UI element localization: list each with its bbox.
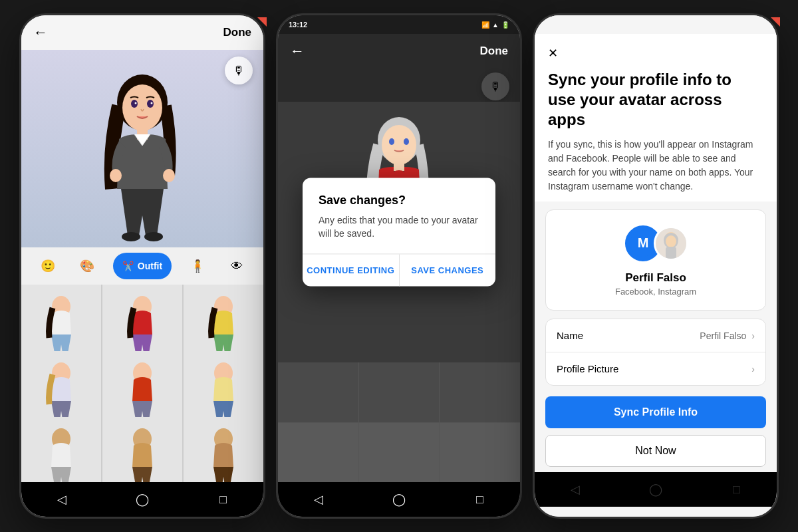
phone2-back-nav[interactable]: ◁ — [307, 487, 331, 511]
tab-pose[interactable]: 🧍 — [184, 253, 211, 279]
phone2-recent-nav[interactable]: □ — [467, 487, 491, 511]
save-changes-button[interactable]: SAVE CHANGES — [400, 255, 496, 287]
phone2-mic-button[interactable]: 🎙 — [481, 72, 509, 100]
profile-name: Perfil Falso — [625, 271, 686, 285]
outfit-thumb-4 — [38, 361, 84, 421]
phone2-back-button[interactable]: ← — [290, 43, 305, 60]
phone1-home-nav[interactable]: ◯ — [130, 487, 154, 511]
outfit-cell-9[interactable] — [184, 417, 263, 482]
name-row[interactable]: Name Perfil Falso › — [546, 319, 765, 352]
phone1-recent-nav[interactable]: □ — [211, 487, 235, 511]
svg-text:M: M — [638, 235, 649, 250]
save-dialog-body: Any edits that you made to your avatar w… — [319, 214, 479, 240]
phone2-grid-1 — [278, 362, 358, 422]
phone2-done-button[interactable]: Done — [480, 45, 509, 58]
outfit-thumb-5 — [119, 361, 166, 421]
outfit-thumb-2 — [119, 295, 166, 354]
svg-point-30 — [382, 125, 416, 165]
phone3-home-nav[interactable]: ◯ — [644, 477, 668, 501]
meta-logo-icon: M — [630, 230, 656, 257]
profile-picture-row[interactable]: Profile Picture › — [546, 352, 765, 385]
svg-rect-33 — [394, 162, 404, 171]
name-label: Name — [557, 330, 583, 341]
mic-button[interactable]: 🎙 — [225, 57, 253, 84]
outfit-thumb-9 — [200, 427, 247, 482]
signal-icon: 📶 — [481, 21, 489, 29]
svg-point-31 — [389, 138, 394, 145]
tab-outfit[interactable]: ✂️ Outfit — [113, 253, 172, 279]
tab-color[interactable]: 🎨 — [74, 253, 100, 279]
tab-face[interactable]: 🙂 — [35, 253, 61, 279]
sync-header: ✕ Sync your profile info to use your ava… — [535, 34, 777, 201]
save-dialog: Save changes? Any edits that you made to… — [303, 178, 495, 286]
outfit-cell-8[interactable] — [102, 417, 182, 482]
profile-platforms: Facebook, Instagram — [615, 287, 696, 297]
battery-icon: 🔋 — [501, 21, 509, 29]
outfit-thumb-8 — [119, 427, 166, 482]
phone3-recent-nav[interactable]: □ — [724, 477, 748, 501]
outfit-thumb-1 — [38, 295, 84, 354]
avatar-display-area: 🎙 — [21, 50, 263, 247]
outfit-thumb-6 — [200, 361, 247, 421]
profile-picture-chevron-icon: › — [751, 364, 755, 374]
phone1-back-button[interactable]: ← — [33, 24, 48, 41]
status-time: 13:12 — [289, 21, 307, 29]
phone2-grid-3 — [440, 362, 520, 422]
phone2: 13:12 📶 ▲ 🔋 ← Done 🎙 — [276, 13, 522, 519]
phone1-content: 🎙 — [21, 50, 263, 482]
svg-point-4 — [135, 102, 137, 104]
phone1-bottom-nav: ◁ ◯ □ — [21, 482, 263, 517]
phone1: ← Done 🎙 — [19, 13, 265, 519]
outfit-thumb-7 — [38, 427, 84, 482]
sync-description: If you sync, this is how you'll appear o… — [548, 138, 763, 194]
profile-picture-value: › — [751, 364, 755, 374]
phone3-bottom-nav: ◁ ◯ □ — [535, 472, 777, 507]
close-button[interactable]: ✕ — [548, 46, 763, 61]
phone2-grid-5 — [359, 423, 440, 483]
outfit-label: Outfit — [138, 261, 162, 271]
profile-card: M — [545, 209, 766, 311]
profile-avatars: M — [623, 223, 688, 263]
phone1-done-button[interactable]: Done — [223, 26, 252, 39]
phone2-grid-6 — [440, 423, 520, 483]
name-chevron-icon: › — [751, 331, 755, 341]
phone2-nav: ← Done — [278, 34, 520, 68]
outfit-thumb-3 — [200, 295, 247, 354]
phone1-back-nav[interactable]: ◁ — [50, 487, 74, 511]
phone3-back-nav[interactable]: ◁ — [563, 477, 587, 501]
avatar-thumb-icon — [656, 228, 686, 259]
name-value: Perfil Falso › — [700, 331, 755, 341]
phone3: ✕ Sync your profile info to use your ava… — [533, 13, 779, 519]
svg-point-9 — [122, 232, 140, 241]
wifi-icon: ▲ — [492, 21, 499, 29]
phone2-avatar-area: Save changes? Any edits that you made to… — [278, 102, 520, 362]
phone3-status-bar — [535, 15, 777, 34]
not-now-button[interactable]: Not Now — [545, 435, 766, 467]
status-icons: 📶 ▲ 🔋 — [481, 21, 509, 29]
phone2-mic-icon: 🎙 — [489, 80, 501, 94]
svg-point-38 — [666, 235, 676, 247]
svg-point-7 — [110, 169, 122, 182]
tab-eye[interactable]: 👁 — [223, 253, 250, 279]
svg-rect-39 — [666, 247, 676, 259]
profile-pic-avatar — [654, 226, 688, 261]
phone2-mic-area: 🎙 — [278, 68, 520, 102]
name-value-text: Perfil Falso — [700, 331, 746, 341]
svg-point-3 — [147, 100, 154, 108]
continue-editing-button[interactable]: CONTINUE EDITING — [303, 255, 400, 287]
info-rows: Name Perfil Falso › Profile Picture › — [545, 319, 766, 386]
save-dialog-actions: CONTINUE EDITING SAVE CHANGES — [303, 254, 495, 287]
outfit-icon: ✂️ — [122, 261, 134, 271]
sync-actions: Sync Profile Info Not Now — [535, 386, 777, 472]
outfit-grid — [21, 285, 263, 482]
phone2-bottom-nav: ◁ ◯ □ — [278, 482, 520, 517]
svg-point-1 — [122, 84, 162, 131]
sync-profile-info-button[interactable]: Sync Profile Info — [545, 396, 766, 428]
svg-point-8 — [163, 169, 175, 182]
svg-point-5 — [151, 102, 153, 104]
phone2-grid-4 — [278, 423, 358, 483]
phone1-nav: ← Done — [21, 15, 263, 50]
sync-title: Sync your profile info to use your avata… — [548, 70, 763, 130]
phone2-home-nav[interactable]: ◯ — [387, 487, 411, 511]
outfit-cell-7[interactable] — [21, 417, 101, 482]
